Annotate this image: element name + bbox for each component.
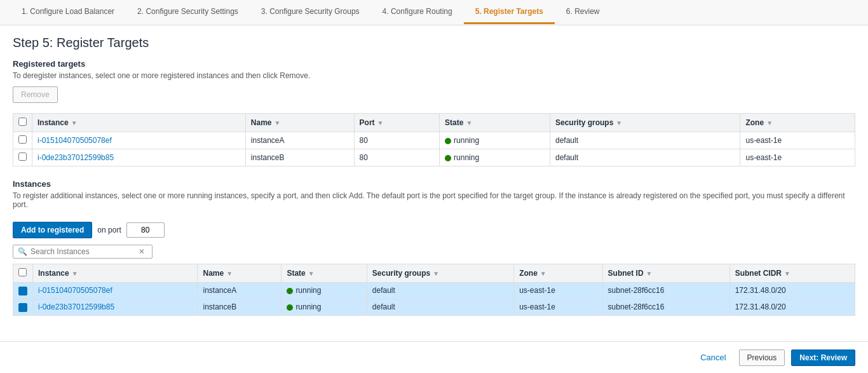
remove-button[interactable]: Remove <box>13 86 58 103</box>
reg-select-all-col <box>13 114 32 132</box>
reg-port-1: 80 <box>354 149 439 166</box>
reg-sg-1: default <box>550 149 740 166</box>
instances-desc: To register additional instances, select… <box>13 191 855 209</box>
reg-state-1: running <box>440 149 550 166</box>
wizard-step-1[interactable]: 1. Configure Load Balancer <box>10 1 126 24</box>
inst-col-instance: Instance▼ <box>33 264 198 283</box>
wizard-step-2[interactable]: 2. Configure Security Settings <box>126 1 250 24</box>
reg-instance-1: i-0de23b37012599b85 <box>32 149 246 166</box>
wizard-step-3[interactable]: 3. Configure Security Groups <box>250 1 371 24</box>
reg-row-checkbox-1[interactable] <box>18 153 27 161</box>
inst-instance-1: i-0de23b37012599b85 <box>33 299 198 315</box>
add-row: Add to registered on port <box>13 222 855 238</box>
inst-cidr-1: 172.31.48.0/20 <box>729 299 855 315</box>
registered-targets-desc: To deregister instances, select one or m… <box>13 71 855 80</box>
main-content: Step 5: Register Targets Registered targ… <box>0 25 868 341</box>
inst-name-0: instanceA <box>198 283 281 299</box>
reg-col-zone: Zone▼ <box>740 114 855 132</box>
registered-targets-section: Registered targets To deregister instanc… <box>13 59 855 166</box>
reg-port-0: 80 <box>354 132 439 149</box>
reg-zone-1: us-east-1e <box>740 149 855 166</box>
inst-select-all[interactable] <box>18 268 27 276</box>
port-input[interactable] <box>126 222 165 238</box>
registered-table: Instance▼Name▼Port▼State▼Security groups… <box>13 113 855 166</box>
inst-zone-1: us-east-1e <box>514 299 602 315</box>
inst-sg-0: default <box>367 283 513 299</box>
table-row: i-015104070505078ef instanceA 80 running… <box>13 132 855 149</box>
inst-subnet-1: subnet-28f6cc16 <box>602 299 729 315</box>
reg-instance-0: i-015104070505078ef <box>32 132 246 149</box>
page-title: Step 5: Register Targets <box>13 36 855 50</box>
reg-col-port: Port▼ <box>354 114 439 132</box>
wizard-step-6[interactable]: 6. Review <box>555 1 611 24</box>
inst-name-1: instanceB <box>198 299 281 315</box>
search-box: 🔍 ✕ <box>13 245 153 259</box>
add-to-registered-button[interactable]: Add to registered <box>13 222 92 238</box>
wizard-step-4[interactable]: 4. Configure Routing <box>371 1 464 24</box>
reg-col-name: Name▼ <box>245 114 354 132</box>
reg-zone-0: us-east-1e <box>740 132 855 149</box>
clear-icon[interactable]: ✕ <box>139 247 145 256</box>
inst-col-subnet-id: Subnet ID▼ <box>602 264 729 283</box>
reg-select-all[interactable] <box>18 118 27 126</box>
search-input[interactable] <box>31 247 139 256</box>
inst-col-state: State▼ <box>281 264 367 283</box>
wizard-step-5[interactable]: 5. Register Targets <box>464 1 555 24</box>
inst-row-checkbox-1[interactable] <box>18 303 27 312</box>
inst-cidr-0: 172.31.48.0/20 <box>729 283 855 299</box>
list-item: i-015104070505078ef instanceA running de… <box>13 283 855 299</box>
reg-name-1: instanceB <box>245 149 354 166</box>
reg-col-instance: Instance▼ <box>32 114 246 132</box>
instances-title: Instances <box>13 179 855 189</box>
inst-zone-0: us-east-1e <box>514 283 602 299</box>
reg-state-0: running <box>440 132 550 149</box>
inst-col-security-groups: Security groups▼ <box>367 264 513 283</box>
inst-col-zone: Zone▼ <box>514 264 602 283</box>
inst-subnet-0: subnet-28f6cc16 <box>602 283 729 299</box>
registered-targets-title: Registered targets <box>13 59 855 69</box>
instances-table: Instance▼Name▼State▼Security groups▼Zone… <box>13 264 855 316</box>
inst-state-1: running <box>281 299 367 315</box>
inst-instance-0: i-015104070505078ef <box>33 283 198 299</box>
instances-section: Instances To register additional instanc… <box>13 179 855 316</box>
reg-sg-0: default <box>550 132 740 149</box>
search-icon: 🔍 <box>18 247 27 256</box>
reg-col-security-groups: Security groups▼ <box>550 114 740 132</box>
reg-name-0: instanceA <box>245 132 354 149</box>
list-item: i-0de23b37012599b85 instanceB running de… <box>13 299 855 315</box>
table-row: i-0de23b37012599b85 instanceB 80 running… <box>13 149 855 166</box>
wizard-nav: 1. Configure Load Balancer2. Configure S… <box>0 0 868 25</box>
inst-select-all-col <box>13 264 33 283</box>
inst-row-checkbox-0[interactable] <box>18 287 27 295</box>
inst-col-subnet-cidr: Subnet CIDR▼ <box>729 264 855 283</box>
inst-col-name: Name▼ <box>198 264 281 283</box>
on-port-label: on port <box>97 226 121 234</box>
reg-row-checkbox-0[interactable] <box>18 135 27 144</box>
inst-state-0: running <box>281 283 367 299</box>
inst-sg-1: default <box>367 299 513 315</box>
reg-col-state: State▼ <box>440 114 550 132</box>
